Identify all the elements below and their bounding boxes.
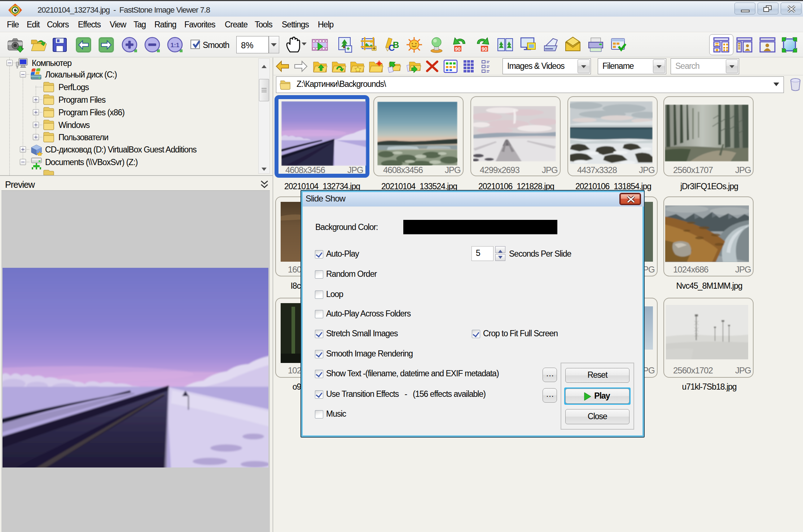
svg-text:1:1: 1:1 [171,42,180,49]
svg-text:90: 90 [482,46,487,52]
svg-text:B: B [393,40,399,50]
svg-text:90: 90 [455,46,461,52]
